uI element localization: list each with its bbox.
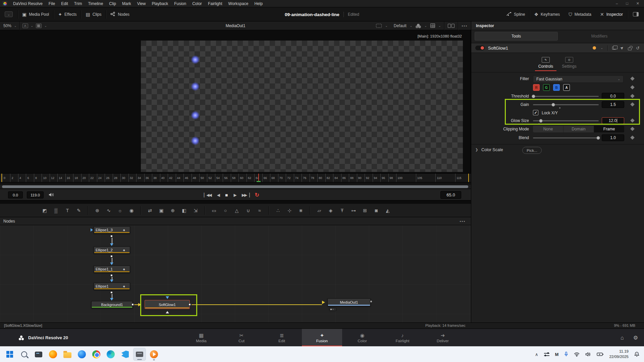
play-button[interactable]: ▶ xyxy=(234,193,236,197)
range-in-field[interactable]: 0.0 xyxy=(8,191,23,198)
menu-item-color[interactable]: Color xyxy=(189,0,205,7)
render-range-end-marker[interactable] xyxy=(468,174,469,182)
audio-mute-button[interactable] xyxy=(48,192,54,199)
camera-3d-icon[interactable]: ◭ xyxy=(383,206,393,215)
ellipse-mask-icon[interactable]: ○ xyxy=(220,206,230,215)
maximize-button[interactable]: □ xyxy=(626,1,628,6)
filter-select[interactable]: Fast Gaussian⌄ xyxy=(533,75,624,83)
keyframe-diamond-icon[interactable] xyxy=(630,135,635,140)
keyframe-diamond-icon[interactable] xyxy=(630,94,635,98)
lock-icon[interactable] xyxy=(628,48,632,50)
taskbar-blue-app-button[interactable] xyxy=(75,348,88,361)
notifications-bell-icon[interactable]: z xyxy=(634,352,639,357)
volume-icon[interactable] xyxy=(585,352,591,357)
range-out-field[interactable]: 119.0 xyxy=(27,191,44,198)
close-button[interactable]: ✕ xyxy=(636,1,639,6)
viewer-canvas[interactable]: [Main]: 644x362 float32 xyxy=(0,30,471,173)
color-controls-icon[interactable] xyxy=(416,24,421,28)
particle-image-icon[interactable]: ⋇ xyxy=(296,206,306,215)
project-settings-button[interactable]: ⚙ xyxy=(633,335,638,341)
tab-modifiers[interactable]: Modifiers xyxy=(558,32,641,41)
node-MediaOut1[interactable]: MediaOut1 xyxy=(327,298,371,306)
keyframe-diamond-icon[interactable] xyxy=(630,127,635,131)
channel-g-button[interactable]: G xyxy=(543,84,550,91)
node-enable-toggle[interactable] xyxy=(475,46,485,50)
channel-r-button[interactable]: R xyxy=(533,84,540,91)
nodes-button[interactable]: Nodes xyxy=(106,7,134,21)
tray-app-icon[interactable]: M xyxy=(555,352,559,357)
spline-warp-icon[interactable]: ≈ xyxy=(255,206,265,215)
brightness-contrast-icon[interactable]: ☼ xyxy=(115,206,125,215)
ui-layout-button[interactable]: ⌄ xyxy=(5,11,13,17)
roi-button[interactable] xyxy=(376,24,382,28)
output-connector[interactable] xyxy=(131,303,134,306)
output-connector[interactable] xyxy=(370,300,372,303)
clipping-frame-button[interactable]: Frame xyxy=(594,126,624,132)
menu-item-playback[interactable]: Playback xyxy=(149,0,171,7)
menu-item-davinci-resolve[interactable]: DaVinci Resolve xyxy=(10,0,46,7)
microphone-icon[interactable] xyxy=(564,352,568,357)
output-connector[interactable] xyxy=(110,235,113,237)
panel-toggle-icon[interactable] xyxy=(633,12,639,16)
dve-icon[interactable]: ▣ xyxy=(156,206,166,215)
go-to-start-button[interactable]: ▏◀◀ xyxy=(204,193,211,197)
mediaout-view-indicator[interactable] xyxy=(329,308,336,311)
zoom-level-select[interactable]: 50% xyxy=(3,23,11,28)
page-edit[interactable]: ≣Edit xyxy=(262,329,302,347)
spline-button[interactable]: Spline xyxy=(502,7,529,21)
polygon-mask-icon[interactable]: △ xyxy=(232,206,242,215)
keyframes-button[interactable]: ❖ Keyframes xyxy=(530,7,564,21)
clips-button[interactable]: ▤ Clips xyxy=(81,7,106,21)
taskbar-media-player-button[interactable] xyxy=(148,348,160,361)
blend-slider[interactable] xyxy=(533,137,599,138)
image-plane-3d-icon[interactable]: ▱ xyxy=(314,206,324,215)
effects-button[interactable]: ✦ Effects xyxy=(54,7,81,21)
menu-item-fusion[interactable]: Fusion xyxy=(171,0,189,7)
menu-item-workspace[interactable]: Workspace xyxy=(225,0,252,7)
loop-button[interactable]: ↻ xyxy=(255,192,259,198)
cube-3d-icon[interactable]: ⊞ xyxy=(360,206,370,215)
menu-item-fairlight[interactable]: Fairlight xyxy=(205,0,225,7)
particle-emitter-icon[interactable]: ∴ xyxy=(273,206,283,215)
blur-icon[interactable]: ◉ xyxy=(126,206,137,215)
battery-icon[interactable] xyxy=(597,352,603,356)
page-cut[interactable]: ✂Cut xyxy=(221,329,262,347)
clipping-domain-button[interactable]: Domain xyxy=(564,126,594,132)
paint-icon[interactable]: ✎ xyxy=(74,206,84,215)
color-corrector-icon[interactable]: ⊛ xyxy=(92,206,102,215)
node-Ellipse1[interactable]: Ellipse1◈ xyxy=(94,283,130,290)
menu-item-help[interactable]: Help xyxy=(251,0,266,7)
node-Ellipse1_1[interactable]: Ellipse1_1◈ xyxy=(94,265,130,273)
color-swatch-button[interactable] xyxy=(36,23,42,28)
taskbar-search-button[interactable] xyxy=(18,348,31,361)
render-range-start-marker[interactable] xyxy=(1,174,2,182)
guides-button[interactable] xyxy=(430,23,435,28)
stop-button[interactable]: ■ xyxy=(225,192,228,198)
rectangle-mask-icon[interactable]: ▭ xyxy=(209,206,219,215)
metadata-button[interactable]: ⛉ Metadata xyxy=(564,7,596,21)
pin-icon[interactable]: ➤ xyxy=(619,45,625,51)
tray-chevron-icon[interactable]: ∧ xyxy=(535,352,538,357)
taskbar-vscode-button[interactable] xyxy=(119,348,131,361)
tray-sliders-icon[interactable] xyxy=(544,352,549,356)
output-connector[interactable] xyxy=(110,291,113,294)
wifi-icon[interactable] xyxy=(574,352,580,357)
taskbar-chrome-button[interactable] xyxy=(90,348,103,361)
threshold-slider[interactable] xyxy=(533,96,599,97)
node-Background1[interactable]: Background1 xyxy=(91,301,133,308)
transform-icon[interactable]: ⇄ xyxy=(145,206,155,215)
menu-item-mark[interactable]: Mark xyxy=(119,0,134,7)
keyframe-diamond-icon[interactable] xyxy=(630,76,635,81)
output-connector[interactable] xyxy=(110,274,113,277)
merge-3d-icon[interactable]: ⊶ xyxy=(348,206,359,215)
taskbar-start-button[interactable] xyxy=(3,348,16,361)
play-reverse-button[interactable]: ◀ xyxy=(217,193,219,197)
timeline-scrollbar[interactable] xyxy=(2,185,468,188)
bspline-mask-icon[interactable]: ∪ xyxy=(243,206,253,215)
text-plus-icon[interactable]: T xyxy=(62,206,72,215)
taskbar-davinci-resolve-button[interactable] xyxy=(133,348,146,361)
dual-viewer-button[interactable] xyxy=(448,24,454,28)
reset-icon[interactable]: ↺ xyxy=(636,46,640,51)
node-color-dot[interactable] xyxy=(593,46,596,50)
tab-tools[interactable]: Tools xyxy=(475,32,558,41)
